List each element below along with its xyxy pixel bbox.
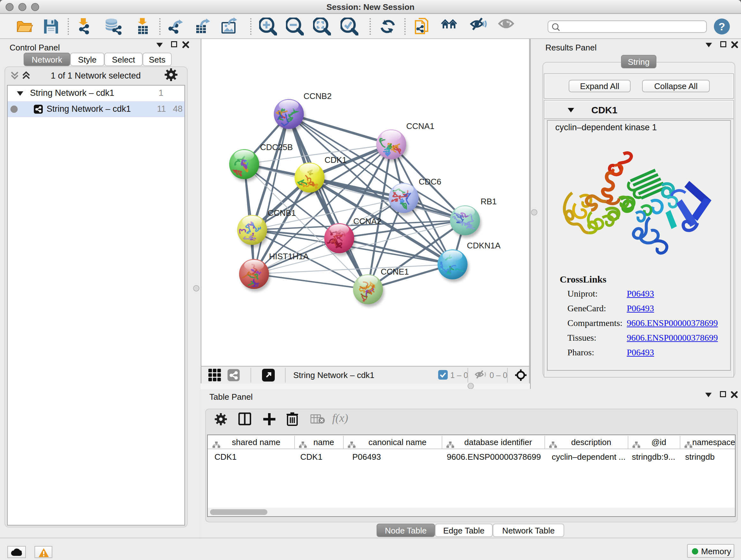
svg-text:CCNB2: CCNB2	[304, 91, 332, 101]
svg-text:HIST1H1A: HIST1H1A	[269, 252, 309, 261]
svg-text:CCNE1: CCNE1	[381, 267, 409, 276]
svg-text:CDKN1A: CDKN1A	[467, 241, 501, 250]
svg-text:CDC25B: CDC25B	[260, 142, 293, 152]
svg-text:CCNB1: CCNB1	[268, 208, 296, 218]
svg-text:CCNA1: CCNA1	[406, 121, 434, 131]
svg-text:RB1: RB1	[481, 197, 497, 206]
svg-text:CDC6: CDC6	[419, 177, 441, 186]
svg-text:CCNA2: CCNA2	[353, 216, 381, 226]
svg-text:CDK1: CDK1	[325, 155, 347, 165]
